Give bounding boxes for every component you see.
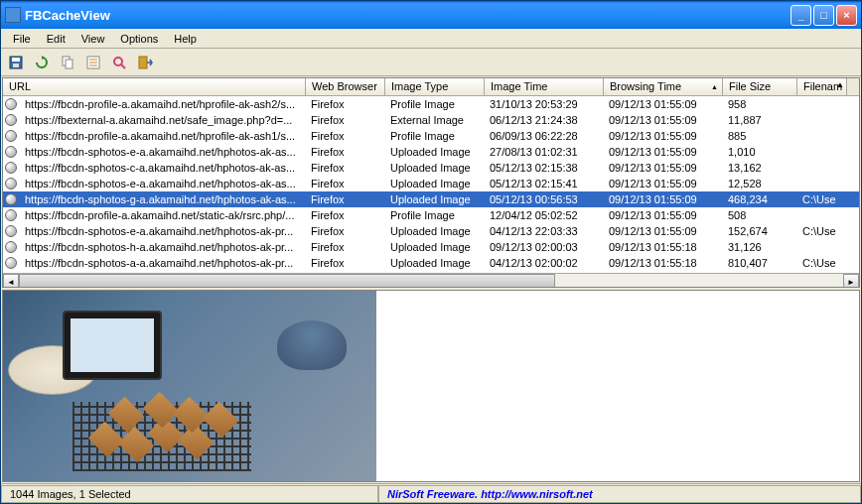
properties-icon[interactable] [82, 52, 104, 73]
sort-asc-icon: ▲ [711, 83, 718, 90]
col-url[interactable]: URL [3, 78, 306, 95]
cell-type: Uploaded Image [384, 256, 484, 270]
menu-options[interactable]: Options [112, 31, 166, 47]
table-row[interactable]: https://fbcdn-profile-a.akamaihd.net/hpr… [3, 271, 859, 273]
toolbar [1, 49, 861, 76]
col-image-time[interactable]: Image Time [485, 78, 604, 95]
cell-url: https://fbcdn-sphotos-c-a.akamaihd.net/h… [19, 161, 305, 175]
minimize-button[interactable]: _ [790, 5, 811, 26]
save-icon[interactable] [5, 52, 27, 73]
col-browser[interactable]: Web Browser [306, 78, 385, 95]
cell-image-time: 06/12/13 21:24:38 [484, 113, 603, 127]
cell-image-time: 05/12/13 02:15:41 [484, 177, 603, 190]
cell-image-time: 05/12/13 02:15:38 [484, 161, 603, 175]
scroll-right-button[interactable]: ► [843, 274, 859, 288]
app-window: FBCacheView _ □ × File Edit View Options… [0, 0, 862, 504]
cell-image-time: 03/12/13 06:11:36 [484, 272, 603, 273]
menu-file[interactable]: File [5, 31, 39, 47]
cell-filename [796, 246, 846, 248]
cell-type: Uploaded Image [384, 177, 484, 190]
copy-icon[interactable] [57, 52, 78, 73]
row-icon [5, 257, 17, 269]
table-row[interactable]: https://fbcdn-sphotos-e-a.akamaihd.net/h… [3, 176, 859, 191]
cell-browsing-time: 09/12/13 01:55:09 [603, 161, 722, 175]
table-row[interactable]: https://fbcdn-sphotos-e-a.akamaihd.net/h… [3, 144, 859, 160]
col-filename[interactable]: Filenam▲ [797, 78, 847, 95]
menu-help[interactable]: Help [166, 31, 205, 47]
scroll-track[interactable] [19, 274, 843, 288]
cell-file-size: 468,234 [722, 192, 796, 206]
menubar: File Edit View Options Help [1, 29, 861, 49]
horizontal-scrollbar[interactable]: ◄ ► [3, 273, 859, 288]
table-body[interactable]: https://fbcdn-profile-a.akamaihd.net/hpr… [3, 96, 859, 273]
col-browsing-time[interactable]: Browsing Time▲ [604, 78, 723, 95]
table-row[interactable]: https://fbcdn-profile-a.akamaihd.net/hpr… [3, 96, 859, 112]
find-icon[interactable] [108, 52, 130, 73]
status-credits: NirSoft Freeware. http://www.nirsoft.net [378, 485, 861, 503]
cell-filename [796, 183, 846, 185]
table-row[interactable]: https://fbcdn-sphotos-e-a.akamaihd.net/h… [3, 223, 859, 239]
cell-filename [796, 167, 846, 169]
table-row[interactable]: https://fbcdn-profile-a.akamaihd.net/sta… [3, 207, 859, 223]
cell-url: https://fbcdn-sphotos-a-a.akamaihd.net/h… [19, 256, 305, 270]
cell-url: https://fbcdn-profile-a.akamaihd.net/hpr… [19, 272, 305, 273]
scroll-left-button[interactable]: ◄ [3, 274, 19, 288]
cell-file-size: 152,674 [722, 224, 796, 238]
svg-rect-11 [139, 57, 147, 68]
table-row[interactable]: https://fbcdn-sphotos-a-a.akamaihd.net/h… [3, 255, 859, 271]
cell-browser: Firefox [305, 113, 384, 127]
cell-browser: Firefox [305, 256, 384, 270]
row-icon [5, 114, 17, 126]
overflow-arrow-icon: ▲ [836, 80, 844, 89]
cell-file-size: 891 [722, 272, 796, 273]
cell-type: Uploaded Image [384, 240, 484, 254]
maximize-button[interactable]: □ [813, 5, 834, 26]
cell-browsing-time: 09/12/13 01:55:09 [603, 208, 722, 222]
cell-filename [796, 135, 846, 137]
nirsoft-link[interactable]: NirSoft Freeware. http://www.nirsoft.net [387, 488, 593, 500]
cell-browsing-time: 09/12/13 01:55:09 [603, 97, 722, 111]
menu-edit[interactable]: Edit [39, 31, 73, 47]
exit-icon[interactable] [134, 52, 156, 73]
cell-browser: Firefox [305, 145, 384, 159]
menu-view[interactable]: View [73, 31, 113, 47]
row-icon [5, 130, 17, 142]
col-image-type[interactable]: Image Type [385, 78, 485, 95]
cell-url: https://fbcdn-profile-a.akamaihd.net/sta… [19, 208, 305, 222]
cell-file-size: 31,126 [722, 240, 796, 254]
table-header: URL Web Browser Image Type Image Time Br… [3, 78, 859, 96]
statusbar: 1044 Images, 1 Selected NirSoft Freeware… [1, 483, 861, 503]
cell-browser: Firefox [305, 129, 384, 143]
close-button[interactable]: × [836, 5, 857, 26]
cell-type: Uploaded Image [384, 145, 484, 159]
cell-filename [796, 151, 846, 153]
col-file-size[interactable]: File Size [723, 78, 797, 95]
table-row[interactable]: https://fbexternal-a.akamaihd.net/safe_i… [3, 112, 859, 128]
row-icon [5, 146, 17, 158]
table-row[interactable]: https://fbcdn-sphotos-h-a.akamaihd.net/h… [3, 239, 859, 255]
table-row[interactable]: https://fbcdn-sphotos-c-a.akamaihd.net/h… [3, 160, 859, 176]
row-icon [5, 98, 17, 110]
cell-browser: Firefox [305, 272, 384, 273]
cell-filename [796, 103, 846, 105]
cell-browsing-time: 09/12/13 01:55:09 [603, 177, 722, 190]
cell-image-time: 05/12/13 00:56:53 [484, 192, 603, 206]
app-icon [5, 7, 21, 23]
scroll-thumb[interactable] [19, 274, 555, 288]
table-row[interactable]: https://fbcdn-profile-a.akamaihd.net/hpr… [3, 128, 859, 144]
window-controls: _ □ × [790, 5, 857, 26]
cell-url: https://fbcdn-sphotos-e-a.akamaihd.net/h… [19, 145, 305, 159]
cell-browsing-time: 09/12/13 01:55:09 [603, 224, 722, 238]
cell-browsing-time: 09/12/13 01:55:09 [603, 192, 722, 206]
cell-browsing-time: 09/12/13 01:55:09 [603, 113, 722, 127]
table-row[interactable]: https://fbcdn-sphotos-g-a.akamaihd.net/h… [3, 191, 859, 207]
cell-browsing-time: 09/12/13 01:55:18 [603, 240, 722, 254]
titlebar[interactable]: FBCacheView _ □ × [1, 1, 861, 29]
row-icon [5, 193, 17, 205]
status-selection: 1044 Images, 1 Selected [1, 485, 378, 503]
refresh-icon[interactable] [31, 52, 53, 73]
cell-file-size: 958 [722, 97, 796, 111]
cell-type: Profile Image [384, 208, 484, 222]
row-icon [5, 178, 17, 189]
cell-browser: Firefox [305, 208, 384, 222]
